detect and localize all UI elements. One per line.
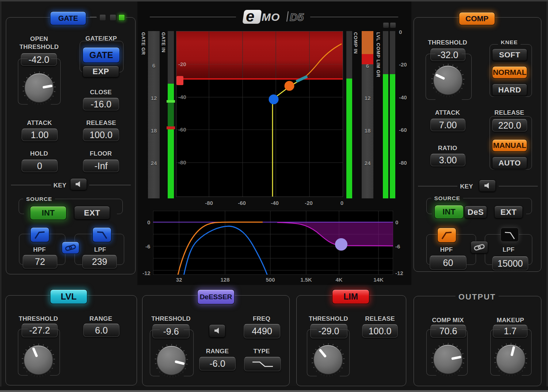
- svg-text:-60: -60: [178, 126, 186, 133]
- svg-text:-20: -20: [178, 61, 186, 67]
- svg-text:-40: -40: [178, 94, 186, 100]
- svg-text:-80: -80: [178, 159, 186, 165]
